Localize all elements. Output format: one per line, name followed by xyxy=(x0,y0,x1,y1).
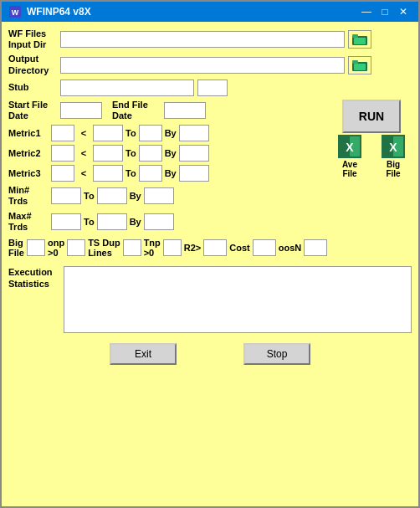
metric3-by-label: By xyxy=(165,168,177,178)
metric2-by-field[interactable]: 10 xyxy=(179,145,209,162)
date-row: Start FileDate 1120210 End FileDate 1180… xyxy=(8,100,325,121)
ts-dup-label: TS DupLines xyxy=(88,238,120,258)
ave-file-label: AveFile xyxy=(342,160,357,178)
cost-val-field[interactable]: 20 xyxy=(253,239,276,256)
ts-dup-val-field[interactable]: 2 xyxy=(123,239,141,256)
r2-label: R2> xyxy=(184,243,202,253)
min-to-label: To xyxy=(84,191,95,201)
min-by-label: By xyxy=(130,191,141,201)
metric1-from-field[interactable]: 1.5 xyxy=(93,125,123,141)
big-file-excel-icon: X xyxy=(382,135,405,158)
metric1-by-field[interactable]: 0.5 xyxy=(179,125,209,141)
onp-val-field[interactable]: y xyxy=(67,239,85,256)
max-by-field[interactable]: 0 xyxy=(144,213,174,230)
r2-val-field[interactable]: 80 xyxy=(203,239,227,256)
output-field[interactable]: c:\temp xyxy=(60,57,345,74)
metric1-to-label: To xyxy=(125,128,136,138)
big-file-row-label: BigFile xyxy=(8,238,24,258)
svg-text:W: W xyxy=(12,8,19,17)
bottom-buttons: Exit Stop xyxy=(8,343,412,365)
big-file-icon-label: BigFile xyxy=(386,160,400,178)
metric3-to-label: To xyxy=(125,168,136,178)
wf-input-row: WF FilesInput Dir C:\0WFData\CL1FadmVnc xyxy=(8,28,412,50)
folder-icon-2 xyxy=(352,59,367,71)
oosn-label: oosN xyxy=(279,243,302,253)
exit-button[interactable]: Exit xyxy=(110,343,177,365)
tnp-val-field[interactable]: n xyxy=(163,239,182,256)
metric2-label: Metric2 xyxy=(8,148,49,158)
run-button[interactable]: RUN xyxy=(342,100,401,133)
max-to-field[interactable]: 50 xyxy=(97,213,127,230)
max-trds-row: Max#Trds 50 To 50 By 0 xyxy=(8,211,325,233)
window-controls: — □ ✕ xyxy=(358,3,412,20)
wf-folder-button[interactable] xyxy=(348,30,371,49)
stop-button[interactable]: Stop xyxy=(243,343,310,365)
start-date-field[interactable]: 1120210 xyxy=(60,102,102,119)
max-trds-label: Max#Trds xyxy=(8,211,49,233)
right-panel: RUN X AveFile xyxy=(331,100,412,175)
min-val-field[interactable]: 10 xyxy=(51,187,81,204)
minimize-button[interactable]: — xyxy=(358,3,375,20)
big-file-icon-button[interactable]: X BigFile xyxy=(375,138,412,175)
svg-text:X: X xyxy=(346,141,354,154)
stub-label: Stub xyxy=(8,82,57,93)
metric3-val-field[interactable] xyxy=(51,165,74,182)
metric3-label: Metric3 xyxy=(8,168,49,178)
fields-section: Start FileDate 1120210 End FileDate 1180… xyxy=(8,100,325,233)
metric1-label: Metric1 xyxy=(8,128,49,138)
ave-file-button[interactable]: X AveFile xyxy=(331,138,368,175)
output-row: OutputDirectory c:\temp xyxy=(8,54,412,75)
metric3-op: < xyxy=(77,168,90,178)
metric3-to-field[interactable] xyxy=(139,165,162,182)
app-icon: W xyxy=(8,5,22,18)
wf-label: WF FilesInput Dir xyxy=(8,28,57,50)
metric2-from-field[interactable]: 60 xyxy=(93,145,123,162)
metric2-op: < xyxy=(77,148,90,158)
max-by-label: By xyxy=(130,217,141,227)
start-date-label: Start FileDate xyxy=(8,100,57,121)
output-folder-button[interactable] xyxy=(348,56,371,74)
stub2-field[interactable]: a xyxy=(197,80,228,96)
svg-text:X: X xyxy=(389,141,397,154)
min-by-field[interactable]: 0 xyxy=(144,187,174,204)
min-trds-label: Min#Trds xyxy=(8,185,49,207)
wf-input-field[interactable]: C:\0WFData\CL1FadmVnc xyxy=(60,31,345,48)
metric1-to-field[interactable]: 4 xyxy=(139,125,162,141)
svg-rect-4 xyxy=(354,38,366,44)
metric1-val-field[interactable]: PF xyxy=(51,125,74,141)
execution-label: ExecutionStatistics xyxy=(8,266,59,290)
end-date-field[interactable]: 1180112 xyxy=(164,102,206,119)
folder-icon xyxy=(352,33,367,45)
execution-section: ExecutionStatistics xyxy=(8,266,412,333)
onp-label: onp>0 xyxy=(48,238,64,258)
title-bar: W WFINP64 v8X — □ ✕ xyxy=(2,2,418,22)
window-title: WFINP64 v8X xyxy=(27,6,91,18)
metric2-row: Metric2 R2 < 60 To 80 By 10 xyxy=(8,145,325,162)
metric3-by-field[interactable] xyxy=(179,165,209,182)
metric2-val-field[interactable]: R2 xyxy=(51,145,74,162)
main-window: W WFINP64 v8X — □ ✕ WF FilesInput Dir C:… xyxy=(0,0,420,508)
end-date-label: End FileDate xyxy=(112,100,161,121)
tnp-label: Tnp>0 xyxy=(144,238,161,258)
svg-rect-7 xyxy=(354,64,366,70)
metric2-by-label: By xyxy=(165,148,177,158)
metric2-to-field[interactable]: 80 xyxy=(139,145,162,162)
min-trds-row: Min#Trds 10 To 10 By 0 xyxy=(8,185,325,207)
max-val-field[interactable]: 50 xyxy=(51,213,81,230)
min-to-field[interactable]: 10 xyxy=(97,187,127,204)
close-button[interactable]: ✕ xyxy=(395,3,412,20)
metric3-from-field[interactable] xyxy=(93,165,123,182)
stub-row: Stub CL1FadmVnc a xyxy=(8,80,412,96)
big-file-val-field[interactable]: y xyxy=(27,239,45,256)
metric1-row: Metric1 PF < 1.5 To 4 By 0.5 xyxy=(8,125,325,141)
output-label: OutputDirectory xyxy=(8,54,57,75)
metric1-by-label: By xyxy=(165,128,177,138)
oosn-val-field[interactable]: 52 xyxy=(304,239,327,256)
content-area: WF FilesInput Dir C:\0WFData\CL1FadmVnc … xyxy=(2,22,418,506)
restore-button[interactable]: □ xyxy=(376,3,393,20)
stub-field[interactable]: CL1FadmVnc xyxy=(60,80,194,96)
max-to-label: To xyxy=(84,217,95,227)
svg-rect-3 xyxy=(352,34,358,38)
execution-textarea[interactable] xyxy=(64,266,412,333)
ave-file-excel-icon: X xyxy=(338,135,361,158)
